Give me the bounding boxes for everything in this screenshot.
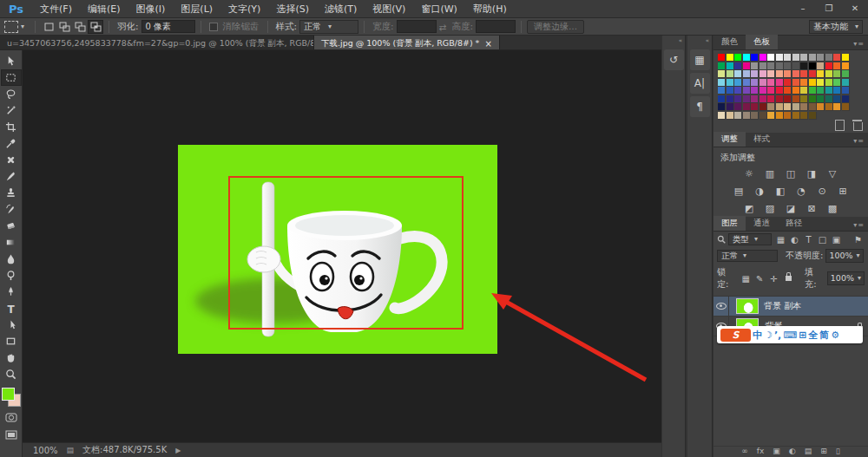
fullwidth-icon[interactable]: 全 bbox=[808, 330, 818, 340]
color-swatch[interactable] bbox=[718, 103, 726, 111]
lock-transparency-icon[interactable]: ▦ bbox=[740, 273, 753, 284]
color-swatch[interactable] bbox=[760, 54, 767, 62]
channel-mixer-icon[interactable]: ⊙ bbox=[815, 186, 830, 198]
color-swatch[interactable] bbox=[743, 95, 751, 103]
color-swatch[interactable] bbox=[743, 87, 751, 95]
color-swatch[interactable] bbox=[833, 70, 841, 78]
color-swatch[interactable] bbox=[718, 70, 726, 78]
color-swatch[interactable] bbox=[809, 103, 817, 111]
color-swatch[interactable] bbox=[760, 87, 767, 95]
tool-button[interactable] bbox=[1, 251, 22, 267]
menu-item[interactable]: 选择(S) bbox=[268, 3, 317, 16]
filter-type-dropdown[interactable]: 类型 ▾ bbox=[728, 233, 772, 245]
color-swatch[interactable] bbox=[718, 62, 726, 70]
layer-style-icon[interactable]: fx bbox=[757, 447, 765, 455]
color-swatch[interactable] bbox=[743, 70, 751, 78]
sogou-logo[interactable]: S bbox=[720, 329, 751, 342]
color-swatch[interactable] bbox=[751, 70, 759, 78]
color-swatch[interactable] bbox=[727, 54, 734, 62]
threshold-icon[interactable]: ◪ bbox=[784, 203, 799, 215]
new-layer-icon[interactable]: ⊞ bbox=[820, 447, 827, 455]
filter-smart-object-icon[interactable]: ▣ bbox=[830, 234, 843, 245]
filter-type-icon[interactable]: T bbox=[802, 234, 815, 245]
tool-button[interactable] bbox=[1, 267, 22, 284]
color-swatch[interactable] bbox=[751, 87, 759, 95]
color-swatch[interactable] bbox=[825, 70, 833, 78]
tool-button[interactable] bbox=[1, 333, 22, 349]
swap-dimensions-icon[interactable]: ⇄ bbox=[439, 22, 447, 32]
color-swatch[interactable] bbox=[800, 54, 808, 62]
menu-item[interactable]: 视图(V) bbox=[365, 3, 413, 16]
color-swatch[interactable] bbox=[751, 103, 759, 111]
panel-tab[interactable]: 样式 bbox=[746, 132, 778, 147]
screen-mode-button[interactable] bbox=[1, 428, 22, 441]
color-swatch[interactable] bbox=[825, 79, 833, 87]
color-swatch[interactable] bbox=[817, 103, 825, 111]
tool-button[interactable] bbox=[1, 119, 22, 135]
vibrance-icon[interactable]: ▽ bbox=[825, 168, 840, 180]
link-layers-icon[interactable]: ∞ bbox=[741, 447, 748, 455]
dock-panel-button[interactable]: A| bbox=[690, 73, 710, 94]
selective-color-icon[interactable]: ⊠ bbox=[805, 203, 819, 215]
close-button[interactable]: ✕ bbox=[842, 0, 868, 17]
color-swatch[interactable] bbox=[734, 62, 742, 70]
color-swatch[interactable] bbox=[727, 70, 734, 78]
color-swatch[interactable] bbox=[784, 54, 792, 62]
color-swatch[interactable] bbox=[767, 87, 775, 95]
subtract-selection-icon[interactable] bbox=[72, 20, 88, 34]
collapse-dock-icon[interactable]: « bbox=[687, 36, 712, 47]
workspace-switcher[interactable]: 基本功能 ▾ bbox=[809, 20, 863, 34]
color-swatch[interactable] bbox=[776, 70, 784, 78]
color-swatch[interactable] bbox=[792, 103, 800, 111]
minimize-button[interactable]: – bbox=[790, 0, 816, 17]
color-swatch[interactable] bbox=[751, 95, 759, 103]
color-swatch[interactable] bbox=[734, 95, 742, 103]
height-input[interactable] bbox=[476, 20, 516, 33]
panel-tab[interactable]: 路径 bbox=[778, 216, 810, 231]
color-swatch[interactable] bbox=[800, 95, 808, 103]
color-swatch[interactable] bbox=[767, 70, 775, 78]
color-swatch[interactable] bbox=[727, 62, 734, 70]
quick-mask-button[interactable] bbox=[1, 410, 22, 424]
photo-filter-icon[interactable]: ◔ bbox=[794, 186, 809, 198]
color-swatch[interactable] bbox=[718, 79, 726, 87]
color-swatch[interactable] bbox=[800, 62, 808, 70]
document-tab[interactable]: 下载.jpg @ 100% (背景 副本, RGB/8#) * × bbox=[314, 36, 500, 49]
foreground-color-swatch[interactable] bbox=[2, 388, 15, 401]
color-swatch[interactable] bbox=[751, 62, 759, 70]
color-swatch[interactable] bbox=[792, 112, 800, 120]
menu-item[interactable]: 帮助(H) bbox=[465, 3, 515, 16]
color-swatch[interactable] bbox=[767, 103, 775, 111]
color-swatch[interactable] bbox=[734, 87, 742, 95]
color-swatch[interactable] bbox=[809, 87, 817, 95]
color-swatch[interactable] bbox=[743, 103, 751, 111]
panel-menu-icon[interactable]: ▾≡ bbox=[853, 221, 868, 231]
color-swatch[interactable] bbox=[792, 95, 800, 103]
tool-button[interactable]: T bbox=[1, 300, 22, 317]
color-swatch[interactable] bbox=[833, 95, 841, 103]
color-swatch[interactable] bbox=[760, 103, 767, 111]
filter-pixel-icon[interactable]: ▦ bbox=[774, 234, 787, 245]
color-swatch[interactable] bbox=[760, 112, 767, 120]
color-swatch[interactable] bbox=[800, 79, 808, 87]
color-swatch[interactable] bbox=[842, 79, 850, 87]
color-swatch[interactable] bbox=[767, 62, 775, 70]
layer-row[interactable]: 背景 副本 bbox=[713, 297, 868, 317]
document-tab[interactable]: u=3457063756,2495833778&fm=27&gp=0.jpg @… bbox=[0, 36, 314, 49]
color-swatch[interactable] bbox=[776, 103, 784, 111]
moon-icon[interactable]: ☽ bbox=[764, 330, 773, 340]
color-swatch[interactable] bbox=[842, 95, 850, 103]
dock-panel-button[interactable]: ▦ bbox=[690, 49, 710, 70]
color-swatch[interactable] bbox=[784, 112, 792, 120]
tool-button[interactable] bbox=[1, 284, 22, 300]
close-icon[interactable]: × bbox=[484, 39, 491, 49]
color-swatch[interactable] bbox=[718, 95, 726, 103]
opacity-input[interactable]: 100% ▾ bbox=[825, 249, 863, 263]
menu-item[interactable]: 图像(I) bbox=[128, 3, 174, 16]
tool-button[interactable] bbox=[1, 234, 22, 251]
color-swatch[interactable] bbox=[800, 103, 808, 111]
posterize-icon[interactable]: ▨ bbox=[763, 203, 778, 215]
color-swatch[interactable] bbox=[784, 87, 792, 95]
color-swatch[interactable] bbox=[718, 112, 726, 120]
color-swatch[interactable] bbox=[833, 62, 841, 70]
